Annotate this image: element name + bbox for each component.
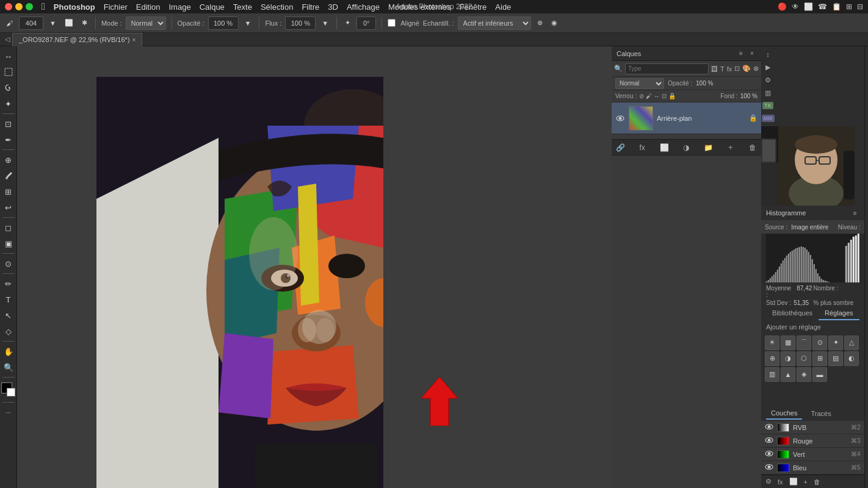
filter-kind-btn[interactable]: 🖼 [711,65,718,73]
adj-selective-btn[interactable]: ◈ [797,367,811,382]
path-select-btn[interactable]: ↖ [1,308,16,323]
adj-invert-btn[interactable]: ◐ [844,351,859,366]
layer-new-btn[interactable]: + [725,142,737,154]
channel-row-bleu[interactable]: Bleu ⌘5 [761,461,864,475]
brush-tool-btn[interactable] [1,168,16,183]
menu-edition[interactable]: Edition [136,2,161,12]
document-tab[interactable]: _ORO9287.NEF @ 22,9% (RVB/16*) × [12,33,142,46]
settings-btn[interactable]: ⚙ [762,74,773,85]
layer-mask-btn[interactable]: ⬜ [658,142,670,154]
magic-wand-btn[interactable]: ✦ [1,96,16,111]
layers-panel-close[interactable]: × [748,49,756,58]
tab-traces[interactable]: Tracés [806,407,836,420]
adj-vibrance-btn[interactable]: ✦ [828,336,843,350]
adj-colorlookup-btn[interactable]: ▤ [828,351,843,366]
menu-selection[interactable]: Sélection [261,2,293,12]
minimize-button[interactable] [15,3,23,10]
channel-vis-rouge[interactable] [765,437,773,445]
flux-dropdown[interactable]: ▼ [319,18,331,28]
layer-blend-select[interactable]: Normal [615,78,664,89]
layer-folder-btn[interactable]: 📁 [703,142,715,154]
opacity-dropdown[interactable]: ▼ [242,18,254,28]
mm-btn[interactable]: MM [762,113,773,124]
layer-visibility-icon[interactable] [615,113,625,123]
histogram-menu-btn[interactable]: ≡ [851,209,859,217]
channel-row-vert[interactable]: Vert ⌘4 [761,448,864,461]
hand-tool-btn[interactable]: ✋ [1,344,16,359]
menu-filtre[interactable]: Filtre [302,2,319,12]
adj-hsl-btn[interactable]: △ [844,336,859,350]
flux-input[interactable] [285,16,316,30]
menu-3d[interactable]: 3D [328,2,338,12]
channel-delete-btn[interactable]: 🗑 [812,478,822,486]
sync-btn[interactable]: ↕ [762,49,773,60]
right-edge-btn1[interactable]: ↕ [865,49,868,60]
dodge-btn[interactable]: ⊙ [1,256,16,271]
adj-posterize-btn[interactable]: ▥ [765,367,779,382]
tk-btn[interactable]: TK [762,100,773,111]
lock-all-icon[interactable]: 🔒 [668,93,676,99]
adj-colorbalance-btn[interactable]: ⊕ [765,351,779,366]
foreground-color[interactable] [1,382,12,393]
color-swatches[interactable] [1,382,16,397]
layer-adj-btn[interactable]: ◑ [680,142,692,154]
menu-affichage[interactable]: Affichage [347,2,380,12]
layers-search-input[interactable] [625,63,709,74]
airbrush-btn[interactable]: ✦ [342,18,353,28]
brush-size-input[interactable] [19,16,43,30]
layer-fx-btn[interactable]: fx [636,142,648,154]
lock-artboard-icon[interactable]: ⊡ [662,93,667,99]
crop-tool-btn[interactable]: ⊡ [1,117,16,131]
brush-preset-picker[interactable]: 🖌 [4,18,15,28]
angle-input[interactable] [356,16,376,30]
layer-link-btn[interactable]: 🔗 [614,142,626,154]
sample-select[interactable]: Actif et inférieurs [458,16,531,30]
lock-image-icon[interactable]: 🖌 [646,93,652,99]
opacity-input[interactable] [208,16,239,30]
align-checkbox[interactable] [388,19,396,27]
adj-brightness-btn[interactable]: ☀ [765,336,779,350]
menu-image[interactable]: Image [169,2,191,12]
canvas-frame[interactable] [96,77,383,488]
channel-row-rouge[interactable]: Rouge ⌘3 [761,434,864,448]
eyedropper-tool-btn[interactable]: ✒ [1,132,16,147]
tab-bibliotheques[interactable]: Bibliothèques [766,307,819,320]
tab-couches[interactable]: Couches [766,407,802,420]
tab-reglages[interactable]: Réglages [819,307,859,320]
lock-position-icon[interactable]: ↔ [654,93,660,99]
sample-all-btn[interactable]: ⊕ [535,18,545,28]
filter-mode-btn[interactable]: ⊡ [734,65,740,73]
channel-new-btn[interactable]: + [802,478,809,486]
layer-row-arriere-plan[interactable]: Arrière-plan 🔒 [612,102,761,134]
move-tool-btn[interactable]: ↔ [1,49,16,63]
channel-vis-bleu[interactable] [765,464,773,472]
layer-delete-btn[interactable]: 🗑 [747,142,759,154]
menu-texte[interactable]: Texte [233,2,252,12]
right-edge-btn2[interactable]: ▶ [865,61,868,72]
gradient-btn[interactable]: ▣ [1,236,16,251]
marquee-tool-btn[interactable] [1,65,16,79]
filter-toggle-btn[interactable]: ⊗ [753,65,759,73]
pressure2-btn[interactable]: ◉ [549,18,560,28]
channel-mask-btn[interactable]: ⬜ [787,478,800,486]
adj-curves-btn[interactable]: ⌒ [797,336,811,350]
close-button[interactable] [5,3,12,10]
apple-menu[interactable]:  [42,1,45,12]
panels-btn[interactable]: ▥ [762,87,773,98]
channel-fx-btn[interactable]: fx [776,478,785,486]
adj-threshold-btn[interactable]: ▲ [781,367,795,382]
pressure-btn1[interactable]: ⬜ [62,18,76,28]
zoom-tool-btn[interactable]: 🔍 [1,360,16,375]
clone-stamp-btn[interactable]: ⊞ [1,184,16,199]
channel-vis-vert[interactable] [765,450,773,459]
menu-calque[interactable]: Calque [200,2,225,12]
filter-effect-btn[interactable]: fx [727,65,732,73]
extra-tools-btn[interactable]: ··· [1,405,16,420]
adj-photofilter-btn[interactable]: ⬡ [797,351,811,366]
tab-arrow-left[interactable]: ◁ [5,35,10,43]
type-tool-btn[interactable]: T [1,292,16,307]
adj-bw-btn[interactable]: ◑ [781,351,795,366]
adj-exposure-btn[interactable]: ⊙ [812,336,827,350]
maximize-button[interactable] [26,3,33,10]
channel-vis-rvb[interactable] [765,423,773,432]
